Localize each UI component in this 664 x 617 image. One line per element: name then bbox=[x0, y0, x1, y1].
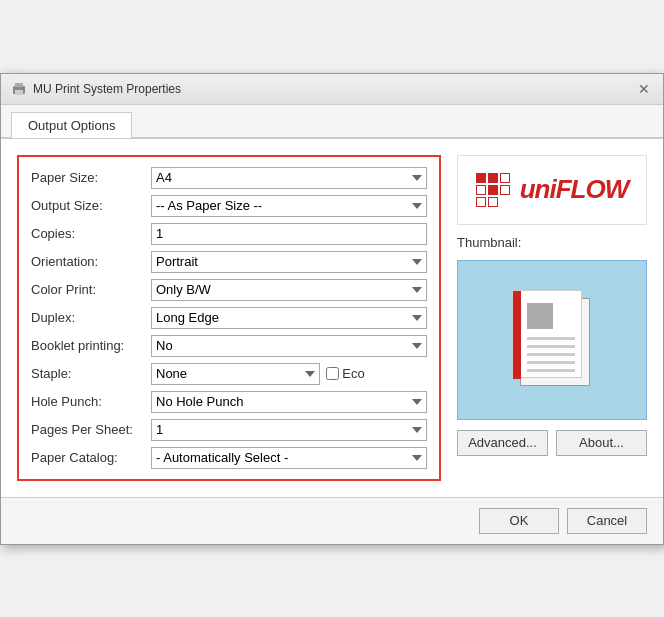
logo-squares bbox=[476, 173, 512, 207]
copies-input[interactable] bbox=[151, 223, 427, 245]
duplex-row: Duplex: Long EdgeShort EdgeNone bbox=[31, 307, 427, 329]
booklet-select[interactable]: NoYes bbox=[151, 335, 427, 357]
footer: OK Cancel bbox=[1, 497, 663, 544]
eco-checkbox[interactable] bbox=[326, 367, 339, 380]
duplex-control: Long EdgeShort EdgeNone bbox=[151, 307, 427, 329]
paper-catalog-label: Paper Catalog: bbox=[31, 450, 151, 465]
sq8 bbox=[488, 197, 498, 207]
color-print-label: Color Print: bbox=[31, 282, 151, 297]
output-size-control: -- As Paper Size --A4A3 bbox=[151, 195, 427, 217]
title-bar: MU Print System Properties ✕ bbox=[1, 74, 663, 105]
orientation-select[interactable]: PortraitLandscape bbox=[151, 251, 427, 273]
paper-size-select[interactable]: A4A3LetterLegal bbox=[151, 167, 427, 189]
content-area: Paper Size: A4A3LetterLegal Output Size:… bbox=[1, 138, 663, 497]
orientation-label: Orientation: bbox=[31, 254, 151, 269]
cancel-button[interactable]: Cancel bbox=[567, 508, 647, 534]
hole-punch-control: No Hole Punch2 Hole4 Hole bbox=[151, 391, 427, 413]
color-print-row: Color Print: Only B/WColorAuto bbox=[31, 279, 427, 301]
pages-per-sheet-row: Pages Per Sheet: 12468 bbox=[31, 419, 427, 441]
sq4 bbox=[476, 185, 486, 195]
pages-per-sheet-control: 12468 bbox=[151, 419, 427, 441]
window: MU Print System Properties ✕ Output Opti… bbox=[0, 73, 664, 545]
paper-line-3 bbox=[527, 353, 575, 356]
paper-catalog-control: - Automatically Select - bbox=[151, 447, 427, 469]
paper-line-1 bbox=[527, 337, 575, 340]
duplex-label: Duplex: bbox=[31, 310, 151, 325]
advanced-button[interactable]: Advanced... bbox=[457, 430, 548, 456]
eco-wrap: Eco bbox=[326, 366, 364, 381]
hole-punch-label: Hole Punch: bbox=[31, 394, 151, 409]
orientation-row: Orientation: PortraitLandscape bbox=[31, 251, 427, 273]
right-panel: uniFLOW Thumbnail: bbox=[457, 155, 647, 481]
paper-line-5 bbox=[527, 369, 575, 372]
hole-punch-select[interactable]: No Hole Punch2 Hole4 Hole bbox=[151, 391, 427, 413]
action-buttons: Advanced... About... bbox=[457, 430, 647, 456]
printer-icon bbox=[11, 81, 27, 97]
title-bar-left: MU Print System Properties bbox=[11, 81, 181, 97]
paper-catalog-select[interactable]: - Automatically Select - bbox=[151, 447, 427, 469]
color-print-select[interactable]: Only B/WColorAuto bbox=[151, 279, 427, 301]
booklet-label: Booklet printing: bbox=[31, 338, 151, 353]
paper-catalog-row: Paper Catalog: - Automatically Select - bbox=[31, 447, 427, 469]
paper-front bbox=[512, 290, 582, 378]
logo: uniFLOW bbox=[476, 173, 629, 207]
window-title: MU Print System Properties bbox=[33, 82, 181, 96]
staple-row: Staple: NoneTop LeftTop Right Eco bbox=[31, 363, 427, 385]
sq3 bbox=[500, 173, 510, 183]
paper-size-label: Paper Size: bbox=[31, 170, 151, 185]
tab-bar: Output Options bbox=[1, 105, 663, 138]
staple-label: Staple: bbox=[31, 366, 151, 381]
logo-text: uniFLOW bbox=[520, 174, 629, 205]
sq7 bbox=[476, 197, 486, 207]
close-button[interactable]: ✕ bbox=[635, 80, 653, 98]
color-print-control: Only B/WColorAuto bbox=[151, 279, 427, 301]
tab-output-options[interactable]: Output Options bbox=[11, 112, 132, 138]
paper-line-2 bbox=[527, 345, 575, 348]
booklet-row: Booklet printing: NoYes bbox=[31, 335, 427, 357]
copies-control bbox=[151, 223, 427, 245]
paper-size-row: Paper Size: A4A3LetterLegal bbox=[31, 167, 427, 189]
paper-red-strip bbox=[513, 291, 521, 379]
booklet-control: NoYes bbox=[151, 335, 427, 357]
svg-point-3 bbox=[22, 88, 24, 90]
pages-per-sheet-select[interactable]: 12468 bbox=[151, 419, 427, 441]
duplex-select[interactable]: Long EdgeShort EdgeNone bbox=[151, 307, 427, 329]
form-section: Paper Size: A4A3LetterLegal Output Size:… bbox=[17, 155, 441, 481]
about-button[interactable]: About... bbox=[556, 430, 647, 456]
paper-gray-block bbox=[527, 303, 553, 329]
pages-per-sheet-label: Pages Per Sheet: bbox=[31, 422, 151, 437]
left-panel: Paper Size: A4A3LetterLegal Output Size:… bbox=[17, 155, 441, 481]
output-size-select[interactable]: -- As Paper Size --A4A3 bbox=[151, 195, 427, 217]
paper-preview-icon bbox=[512, 290, 592, 390]
hole-punch-row: Hole Punch: No Hole Punch2 Hole4 Hole bbox=[31, 391, 427, 413]
sq2 bbox=[488, 173, 498, 183]
svg-rect-1 bbox=[15, 83, 23, 87]
logo-area: uniFLOW bbox=[457, 155, 647, 225]
svg-rect-2 bbox=[15, 90, 23, 95]
paper-lines bbox=[527, 337, 575, 372]
thumbnail-label: Thumbnail: bbox=[457, 235, 647, 250]
sq1 bbox=[476, 173, 486, 183]
output-size-row: Output Size: -- As Paper Size --A4A3 bbox=[31, 195, 427, 217]
orientation-control: PortraitLandscape bbox=[151, 251, 427, 273]
eco-label: Eco bbox=[342, 366, 364, 381]
ok-button[interactable]: OK bbox=[479, 508, 559, 534]
thumbnail-area bbox=[457, 260, 647, 420]
sq5 bbox=[488, 185, 498, 195]
paper-size-control: A4A3LetterLegal bbox=[151, 167, 427, 189]
copies-row: Copies: bbox=[31, 223, 427, 245]
output-size-label: Output Size: bbox=[31, 198, 151, 213]
paper-line-4 bbox=[527, 361, 575, 364]
staple-select[interactable]: NoneTop LeftTop Right bbox=[151, 363, 320, 385]
sq6 bbox=[500, 185, 510, 195]
staple-control: NoneTop LeftTop Right Eco bbox=[151, 363, 427, 385]
copies-label: Copies: bbox=[31, 226, 151, 241]
